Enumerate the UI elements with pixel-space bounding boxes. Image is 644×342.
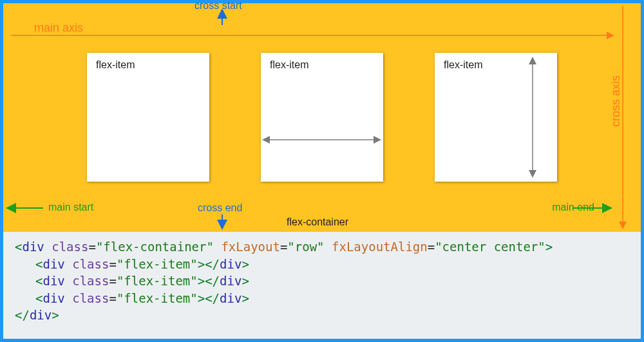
outer-frame: main axis cross axis cross start cross e… bbox=[3, 3, 641, 339]
flex-item-box: flex-item bbox=[435, 53, 557, 182]
main-axis-label: main axis bbox=[34, 21, 83, 35]
flex-container-label: flex-container bbox=[287, 216, 348, 228]
code-snippet: <div class="flex-container" fxLayout="ro… bbox=[3, 232, 641, 339]
flex-item-box: flex-item bbox=[261, 53, 383, 182]
main-start-label: main start bbox=[48, 202, 93, 213]
flex-container-diagram: main axis cross axis cross start cross e… bbox=[3, 3, 641, 232]
cross-axis-label: cross axis bbox=[609, 75, 623, 127]
flex-item-label: flex-item bbox=[96, 59, 135, 70]
cross-end-label: cross end bbox=[198, 202, 242, 214]
main-end-label: main end bbox=[552, 202, 594, 213]
flex-item-label: flex-item bbox=[444, 59, 482, 70]
flex-item-box: flex-item bbox=[87, 53, 209, 182]
flex-item-label: flex-item bbox=[270, 59, 308, 70]
cross-start-label: cross start bbox=[194, 0, 242, 12]
